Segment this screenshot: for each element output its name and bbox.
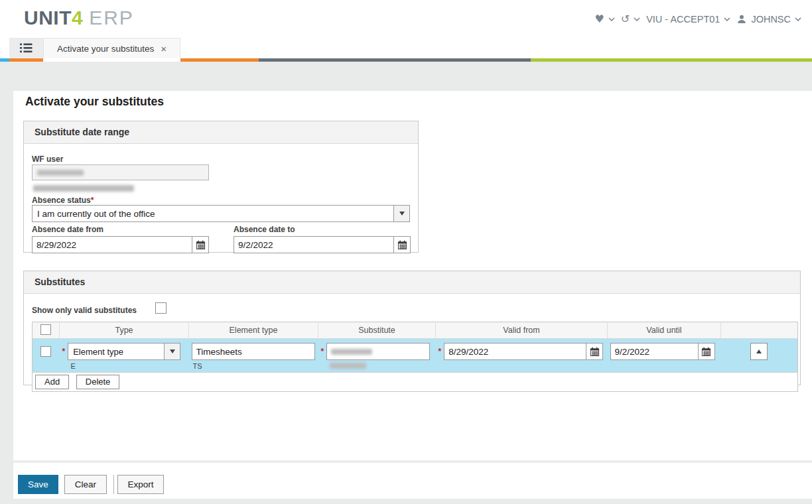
panel-title: Substitute date range bbox=[24, 121, 418, 144]
logo-four-text: 4 bbox=[72, 7, 83, 29]
select-all-checkbox[interactable] bbox=[40, 324, 51, 335]
absence-status-label: Absence status* bbox=[32, 196, 94, 205]
export-button[interactable]: Export bbox=[117, 475, 164, 494]
recent-items-menu[interactable]: ↺ bbox=[621, 14, 640, 25]
substitute-input[interactable] bbox=[326, 343, 430, 360]
calendar-button[interactable] bbox=[393, 236, 411, 253]
table-row: * Element type E TS bbox=[33, 339, 798, 373]
redacted-value bbox=[331, 349, 372, 355]
chevron-down-icon bbox=[634, 17, 640, 21]
required-marker: * bbox=[91, 196, 94, 205]
substitutes-panel: Substitutes Show only valid substitutes … bbox=[23, 271, 801, 385]
chevron-down-icon bbox=[608, 17, 615, 21]
column-header-type: Type bbox=[60, 322, 189, 339]
row-checkbox[interactable] bbox=[40, 346, 51, 357]
redacted-user-description bbox=[33, 185, 134, 192]
person-icon bbox=[736, 14, 747, 25]
stripe-green-segment bbox=[531, 58, 812, 62]
show-only-valid-substitutes-label: Show only valid substitutes bbox=[32, 306, 137, 315]
dropdown-button[interactable] bbox=[393, 205, 410, 222]
substitute-date-range-panel: Substitute date range WF user Absence st… bbox=[23, 121, 419, 253]
element-type-hint: TS bbox=[189, 361, 318, 370]
substitutes-table: Type Element type Substitute Valid from … bbox=[32, 322, 798, 392]
move-row-up-button[interactable] bbox=[750, 343, 768, 360]
calendar-icon bbox=[701, 347, 711, 357]
absence-date-from-group: Absence date from bbox=[32, 225, 209, 253]
wf-user-field[interactable] bbox=[32, 164, 209, 180]
logo-unit-text: UNIT bbox=[24, 7, 72, 29]
absence-date-from-label: Absence date from bbox=[32, 225, 209, 234]
valid-from-input[interactable] bbox=[444, 343, 586, 360]
clear-button[interactable]: Clear bbox=[64, 475, 107, 494]
absence-date-from-input[interactable] bbox=[32, 236, 192, 253]
valid-until-input[interactable] bbox=[610, 343, 699, 360]
show-only-valid-substitutes-checkbox[interactable] bbox=[155, 302, 167, 314]
type-value: Element type bbox=[68, 343, 165, 360]
calendar-icon bbox=[590, 347, 600, 357]
absence-date-to-group: Absence date to bbox=[234, 225, 411, 253]
column-header-valid-until: Valid until bbox=[608, 322, 721, 339]
stripe-orange-segment bbox=[180, 58, 259, 62]
menu-tab-button[interactable] bbox=[9, 38, 43, 58]
environment-selector[interactable]: VIU - ACCEPT01 bbox=[646, 14, 730, 25]
table-header-row: Type Element type Substitute Valid from … bbox=[33, 322, 798, 339]
close-icon[interactable]: × bbox=[161, 44, 167, 54]
absence-status-value: I am currently out of the office bbox=[32, 205, 394, 222]
stripe-cyan-segment bbox=[0, 58, 9, 62]
redacted-hint bbox=[330, 363, 366, 369]
top-header-bar: UNIT4ERP ♥ ↺ VIU - ACCEPT01 JOHNSC bbox=[0, 0, 812, 38]
column-header-element-type: Element type bbox=[189, 322, 318, 339]
absence-date-to-label: Absence date to bbox=[234, 225, 411, 234]
column-header-valid-from: Valid from bbox=[436, 322, 608, 339]
required-marker: * bbox=[321, 347, 324, 356]
user-account-menu[interactable]: JOHNSC bbox=[736, 14, 801, 25]
tab-activate-your-substitutes[interactable]: Activate your substitutes × bbox=[43, 38, 180, 58]
dropdown-button[interactable] bbox=[164, 343, 180, 360]
chevron-down-icon bbox=[399, 212, 405, 216]
footer-divider-line bbox=[13, 460, 812, 463]
calendar-button[interactable] bbox=[698, 343, 715, 360]
table-buttons-row: Add Delete bbox=[33, 373, 798, 392]
logo-erp-text: ERP bbox=[89, 7, 134, 29]
unit4-erp-logo: UNIT4ERP bbox=[24, 7, 134, 29]
type-select[interactable]: Element type bbox=[68, 343, 180, 360]
required-marker: * bbox=[62, 347, 66, 356]
absence-date-to-input[interactable] bbox=[234, 236, 394, 253]
stripe-orange-segment bbox=[9, 58, 43, 62]
calendar-button[interactable] bbox=[586, 343, 603, 360]
username-label: JOHNSC bbox=[751, 14, 791, 25]
tab-label: Activate your substitutes bbox=[57, 44, 154, 54]
chevron-up-icon bbox=[756, 349, 762, 353]
chevron-down-icon bbox=[795, 17, 801, 21]
list-menu-icon bbox=[20, 43, 33, 53]
select-all-column-header bbox=[33, 322, 60, 339]
add-row-button[interactable]: Add bbox=[35, 375, 69, 389]
delete-row-button[interactable]: Delete bbox=[76, 375, 120, 389]
content-canvas: Activate your substitutes Substitute dat… bbox=[13, 91, 812, 499]
heart-icon: ♥ bbox=[594, 14, 604, 25]
chevron-down-icon bbox=[170, 349, 175, 353]
save-button[interactable]: Save bbox=[18, 475, 58, 494]
environment-label: VIU - ACCEPT01 bbox=[646, 14, 720, 25]
stripe-slate-segment bbox=[259, 58, 531, 62]
substitute-hint bbox=[318, 361, 436, 370]
user-toolbar: ♥ ↺ VIU - ACCEPT01 JOHNSC bbox=[594, 0, 801, 38]
favorites-menu[interactable]: ♥ bbox=[594, 14, 614, 25]
chevron-down-icon bbox=[724, 17, 730, 21]
history-icon: ↺ bbox=[621, 14, 630, 25]
redacted-value bbox=[37, 170, 84, 176]
type-hint: E bbox=[60, 361, 189, 370]
panel-title: Substitutes bbox=[24, 271, 800, 294]
tab-bar: Activate your substitutes × bbox=[0, 38, 812, 58]
button-group-divider bbox=[113, 475, 114, 494]
required-marker: * bbox=[439, 347, 442, 356]
wf-user-label: WF user bbox=[32, 155, 63, 164]
brand-color-stripe bbox=[0, 58, 812, 62]
absence-status-select[interactable]: I am currently out of the office bbox=[32, 205, 410, 222]
element-type-input[interactable] bbox=[192, 343, 315, 360]
calendar-icon bbox=[397, 240, 407, 250]
calendar-icon bbox=[196, 240, 206, 250]
column-header-substitute: Substitute bbox=[318, 322, 436, 339]
calendar-button[interactable] bbox=[192, 236, 209, 253]
page-title: Activate your substitutes bbox=[25, 95, 164, 109]
